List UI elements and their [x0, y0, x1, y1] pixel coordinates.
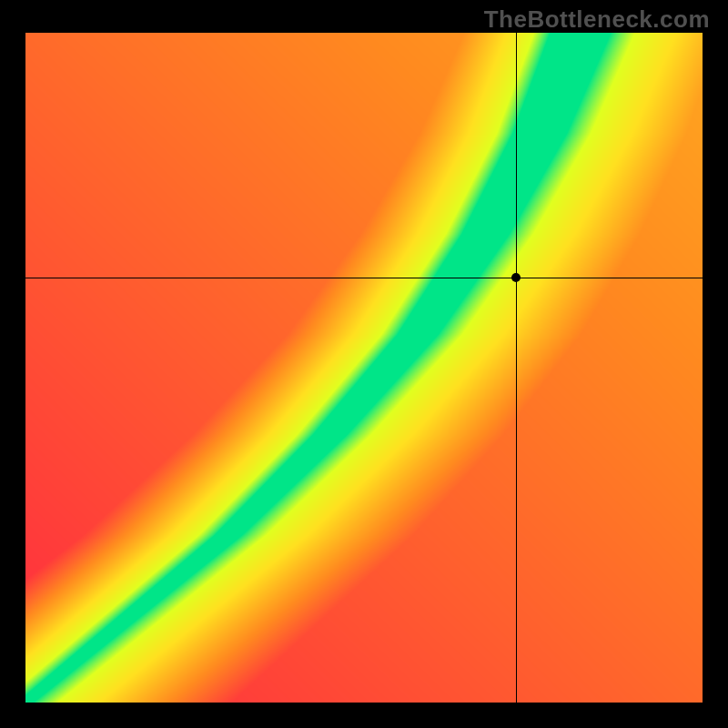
crosshair-vertical — [516, 33, 517, 703]
heatmap-plot — [25, 33, 703, 703]
marker-dot — [511, 273, 521, 282]
chart-frame: TheBottleneck.com — [0, 0, 728, 728]
heatmap-canvas — [25, 33, 703, 703]
watermark-text: TheBottleneck.com — [484, 5, 710, 34]
crosshair-horizontal — [25, 278, 703, 278]
